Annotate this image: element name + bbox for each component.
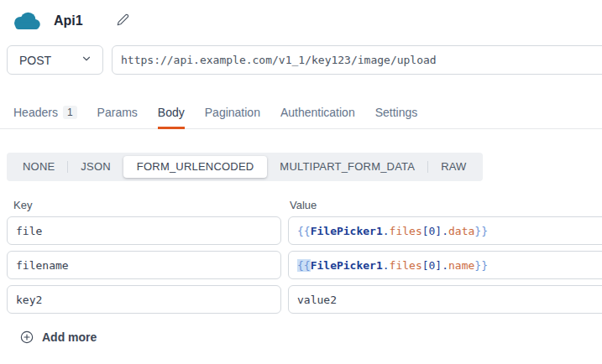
code-segment: FilePicker1: [311, 225, 383, 237]
request-row: POST: [7, 45, 602, 75]
code-segment: [0]: [422, 225, 442, 237]
chevron-down-icon: [81, 53, 92, 67]
code-segment: .: [442, 259, 448, 272]
code-segment: {{: [297, 259, 311, 272]
kv-rows: {{FilePicker1.files[0].data}} {{FilePick…: [7, 216, 602, 314]
code-segment: value2: [297, 294, 337, 306]
method-dropdown[interactable]: POST: [7, 45, 103, 75]
key-column-header: Key: [13, 199, 290, 211]
code-segment: files: [390, 225, 422, 237]
tab-label: Authentication: [280, 106, 355, 119]
value-input[interactable]: {{FilePicker1.files[0].data}}: [288, 216, 602, 245]
code-segment: files: [390, 259, 422, 272]
tab-headers[interactable]: Headers 1: [13, 102, 77, 129]
tab-label: Headers: [13, 106, 58, 119]
body-type-multipart-form-data[interactable]: MULTIPART_FORM_DATA: [267, 156, 427, 178]
tab-label: Pagination: [205, 106, 260, 119]
cloud-logo-icon: [12, 11, 42, 32]
tab-pagination[interactable]: Pagination: [205, 102, 260, 129]
add-more-button[interactable]: Add more: [20, 330, 97, 344]
key-input[interactable]: [7, 216, 281, 245]
table-row: value2: [7, 285, 602, 314]
tab-authentication[interactable]: Authentication: [280, 102, 355, 129]
request-tabs: Headers 1 Params Body Pagination Authent…: [0, 102, 602, 129]
plus-circle-icon: [20, 330, 34, 344]
tab-params[interactable]: Params: [97, 102, 138, 129]
code-segment: data: [448, 225, 474, 237]
code-segment: .: [442, 225, 448, 237]
headers-count-badge: 1: [63, 106, 77, 119]
add-more-label: Add more: [42, 330, 97, 344]
tab-body[interactable]: Body: [158, 102, 185, 129]
tab-label: Body: [158, 106, 185, 119]
tab-label: Params: [97, 106, 138, 119]
app-header: Api1: [0, 0, 602, 34]
body-type-form-urlencoded[interactable]: FORM_URLENCODED: [123, 156, 268, 178]
url-input[interactable]: [112, 45, 602, 75]
pencil-icon: [117, 13, 129, 29]
tab-settings[interactable]: Settings: [375, 102, 418, 129]
kv-column-headers: Key Value: [13, 199, 602, 211]
body-type-none[interactable]: NONE: [10, 156, 67, 178]
value-input[interactable]: {{FilePicker1.files[0].name}}: [288, 251, 602, 279]
value-input[interactable]: value2: [288, 285, 602, 314]
code-segment: name: [448, 259, 474, 272]
body-type-json[interactable]: JSON: [68, 156, 123, 178]
value-column-header: Value: [290, 199, 317, 211]
body-type-selector: NONE JSON FORM_URLENCODED MULTIPART_FORM…: [7, 153, 483, 181]
code-segment: .: [383, 225, 390, 237]
body-type-raw[interactable]: RAW: [428, 156, 479, 178]
key-input[interactable]: [7, 251, 281, 279]
code-segment: FilePicker1: [311, 259, 383, 272]
table-row: {{FilePicker1.files[0].data}}: [7, 216, 602, 245]
code-segment: {{: [297, 225, 311, 237]
tab-label: Settings: [375, 106, 418, 119]
code-segment: }}: [474, 225, 488, 237]
code-segment: [0]: [422, 259, 442, 272]
api-name-title: Api1: [54, 13, 83, 29]
table-row: {{FilePicker1.files[0].name}}: [7, 251, 602, 279]
key-input[interactable]: [7, 285, 281, 314]
edit-name-button[interactable]: [117, 13, 129, 29]
method-value: POST: [19, 54, 51, 67]
code-segment: }}: [474, 259, 488, 272]
code-segment: .: [383, 259, 390, 272]
